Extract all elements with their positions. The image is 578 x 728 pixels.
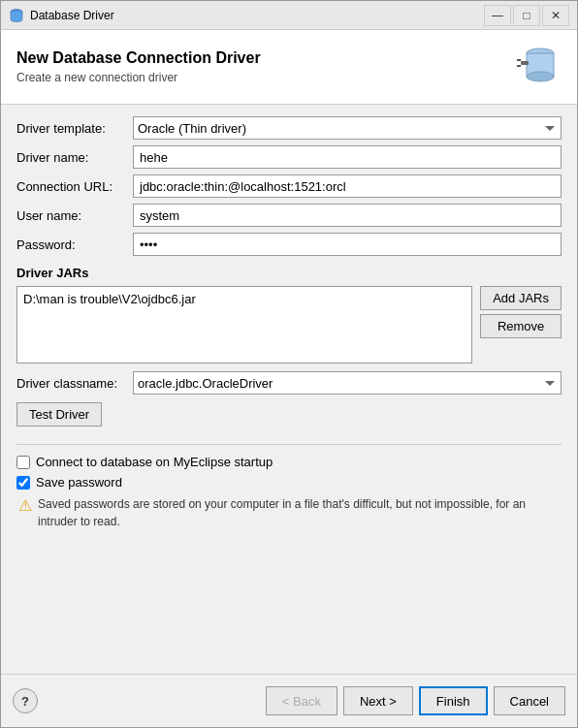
driver-name-input[interactable]: [133, 145, 562, 169]
minimize-button[interactable]: —: [484, 5, 511, 26]
user-name-row: User name:: [16, 204, 562, 227]
jars-buttons: Add JARs Remove: [480, 286, 562, 364]
password-label: Password:: [16, 237, 133, 252]
main-window: Database Driver — □ ✕ New Database Conne…: [0, 0, 578, 728]
back-button[interactable]: < Back: [266, 686, 337, 715]
header-text: New Database Connection Driver Create a …: [16, 49, 261, 84]
connect-startup-label[interactable]: Connect to database on MyEclipse startup: [36, 455, 273, 469]
title-controls: — □ ✕: [484, 5, 569, 26]
classname-select[interactable]: oracle.jdbc.OracleDriver: [133, 371, 562, 395]
svg-point-3: [527, 72, 554, 81]
finish-button[interactable]: Finish: [419, 686, 488, 715]
save-password-row: Save password: [16, 475, 562, 490]
footer-left: ?: [13, 688, 38, 713]
title-bar-left: Database Driver: [9, 8, 114, 23]
driver-template-select[interactable]: Oracle (Thin driver): [133, 116, 562, 140]
dialog-footer: ? < Back Next > Finish Cancel: [1, 674, 577, 727]
footer-right: < Back Next > Finish Cancel: [266, 686, 565, 715]
warning-icon: ⚠: [18, 496, 32, 530]
connection-url-label: Connection URL:: [16, 179, 133, 194]
divider: [16, 444, 562, 445]
connection-url-row: Connection URL:: [16, 174, 562, 198]
warning-row: ⚠ Saved passwords are stored on your com…: [16, 495, 562, 530]
remove-button[interactable]: Remove: [480, 314, 562, 338]
user-name-input[interactable]: [133, 204, 562, 227]
dialog-title: New Database Connection Driver: [16, 49, 261, 67]
list-item: D:\man is trouble\V2\ojdbc6.jar: [23, 291, 466, 307]
svg-rect-4: [521, 61, 529, 65]
user-name-label: User name:: [16, 208, 133, 223]
jars-section: D:\man is trouble\V2\ojdbc6.jar Add JARs…: [16, 286, 562, 364]
driver-template-row: Driver template: Oracle (Thin driver): [16, 116, 562, 140]
test-driver-button[interactable]: Test Driver: [16, 402, 102, 427]
add-jars-button[interactable]: Add JARs: [480, 286, 562, 310]
window-title: Database Driver: [30, 9, 114, 22]
driver-name-label: Driver name:: [16, 150, 133, 165]
help-button[interactable]: ?: [13, 688, 38, 713]
dialog-content: Driver template: Oracle (Thin driver) Dr…: [1, 105, 577, 674]
svg-rect-5: [517, 59, 521, 61]
header-icon: [511, 42, 562, 92]
save-password-label[interactable]: Save password: [36, 475, 122, 490]
driver-name-row: Driver name:: [16, 145, 562, 169]
dialog-subtitle: Create a new connection driver: [16, 71, 261, 84]
dialog-header: New Database Connection Driver Create a …: [1, 30, 577, 105]
password-row: Password:: [16, 233, 562, 256]
app-icon: [9, 8, 24, 23]
next-button[interactable]: Next >: [343, 686, 413, 715]
jars-list[interactable]: D:\man is trouble\V2\ojdbc6.jar: [16, 286, 472, 364]
connection-url-input[interactable]: [133, 174, 562, 198]
driver-template-label: Driver template:: [16, 121, 133, 136]
title-bar: Database Driver — □ ✕: [1, 1, 577, 30]
password-input[interactable]: [133, 233, 562, 256]
maximize-button[interactable]: □: [513, 5, 540, 26]
warning-text: Saved passwords are stored on your compu…: [38, 495, 560, 530]
svg-rect-6: [517, 65, 521, 67]
cancel-button[interactable]: Cancel: [494, 686, 565, 715]
save-password-checkbox[interactable]: [16, 476, 30, 490]
classname-row: Driver classname: oracle.jdbc.OracleDriv…: [16, 371, 562, 395]
connect-startup-row: Connect to database on MyEclipse startup: [16, 455, 562, 469]
classname-label: Driver classname:: [16, 376, 133, 391]
close-button[interactable]: ✕: [542, 5, 569, 26]
connect-startup-checkbox[interactable]: [16, 456, 30, 469]
jars-section-title: Driver JARs: [16, 266, 562, 280]
